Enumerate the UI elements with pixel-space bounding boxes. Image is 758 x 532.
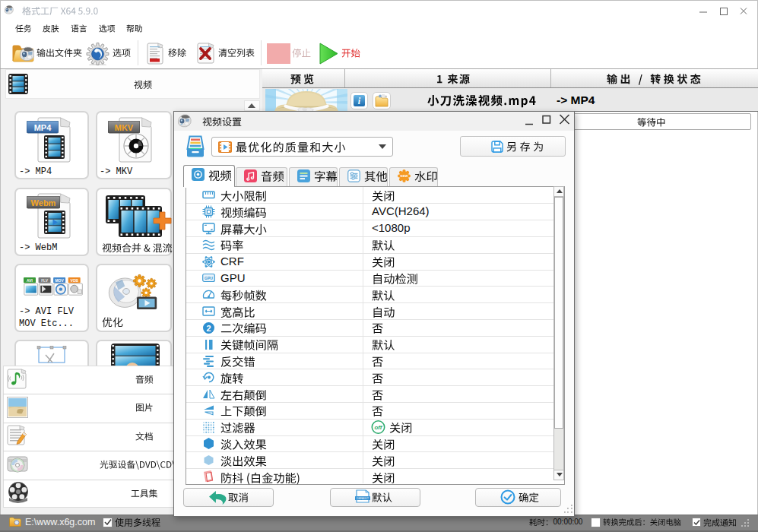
svg-text:off: off: [374, 424, 382, 431]
svg-text:GPU: GPU: [205, 276, 213, 280]
svg-text:DEFAULT: DEFAULT: [357, 497, 369, 500]
svg-text:2: 2: [206, 323, 211, 332]
svg-text:NEW: NEW: [400, 174, 408, 178]
